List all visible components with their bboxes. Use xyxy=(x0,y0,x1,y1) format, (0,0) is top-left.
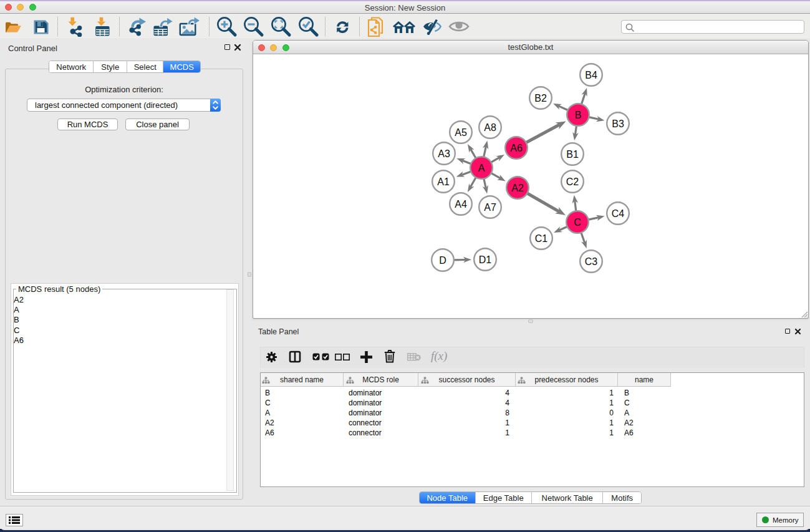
svg-text:C: C xyxy=(574,217,581,228)
svg-text:C3: C3 xyxy=(585,256,598,267)
svg-text:C2: C2 xyxy=(566,177,579,187)
svg-text:A2: A2 xyxy=(511,183,524,193)
svg-text:B4: B4 xyxy=(585,70,597,80)
svg-text:A1: A1 xyxy=(437,177,450,187)
svg-text:A3: A3 xyxy=(438,148,450,159)
svg-text:B1: B1 xyxy=(566,149,579,160)
svg-text:A7: A7 xyxy=(484,202,496,213)
svg-text:C1: C1 xyxy=(535,233,548,244)
svg-text:A5: A5 xyxy=(455,127,467,138)
svg-text:D1: D1 xyxy=(479,254,492,265)
svg-text:A: A xyxy=(478,163,485,173)
svg-text:B2: B2 xyxy=(534,93,547,104)
svg-text:B: B xyxy=(575,110,582,120)
svg-text:A4: A4 xyxy=(455,199,467,210)
svg-text:D: D xyxy=(439,255,446,266)
svg-text:A6: A6 xyxy=(510,143,523,153)
svg-text:A8: A8 xyxy=(484,122,496,133)
svg-text:C4: C4 xyxy=(612,208,625,219)
svg-text:B3: B3 xyxy=(612,118,624,129)
